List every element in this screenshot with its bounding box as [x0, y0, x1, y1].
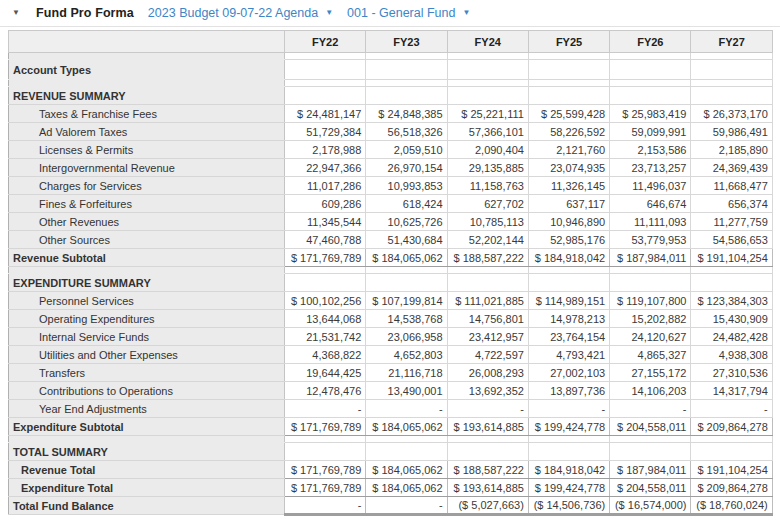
- cell-fy22: 11,345,544: [285, 213, 366, 231]
- cell-fy26: [610, 267, 691, 274]
- table-row: Ad Valorem Taxes51,729,38456,518,32657,3…: [9, 123, 773, 141]
- column-header-fy25: FY25: [528, 31, 609, 53]
- cell-fy26: $ 187,984,011: [610, 461, 691, 479]
- cell-fy22: [285, 80, 366, 87]
- cell-fy25: [528, 267, 609, 274]
- row-label: EXPENDITURE SUMMARY: [9, 274, 285, 292]
- cell-fy24: [447, 60, 528, 80]
- cell-fy27: [691, 274, 772, 292]
- table-row: Contributions to Operations12,478,47613,…: [9, 382, 773, 400]
- cell-fy24: 11,158,763: [447, 177, 528, 195]
- cell-fy23: $ 184,065,062: [366, 249, 447, 267]
- cell-fy25: 27,002,103: [528, 364, 609, 382]
- cell-fy27: 4,938,308: [691, 346, 772, 364]
- cell-fy25: 52,985,176: [528, 231, 609, 249]
- cell-fy22: [285, 87, 366, 105]
- row-label: Expenditure Subtotal: [9, 418, 285, 436]
- cell-fy25: [528, 436, 609, 443]
- table-row: Transfers19,644,42521,116,71826,008,2932…: [9, 364, 773, 382]
- cell-fy23: $ 184,065,062: [366, 461, 447, 479]
- cell-fy27: $ 26,373,170: [691, 105, 772, 123]
- cell-fy26: 27,155,172: [610, 364, 691, 382]
- cell-fy25: 58,226,592: [528, 123, 609, 141]
- cell-fy25: 10,946,890: [528, 213, 609, 231]
- cell-fy26: ($ 16,574,000): [610, 497, 691, 515]
- cell-fy22: $ 24,481,147: [285, 105, 366, 123]
- cell-fy26: 11,496,037: [610, 177, 691, 195]
- row-label: Total Fund Balance: [9, 497, 285, 515]
- cell-fy26: $ 204,558,011: [610, 418, 691, 436]
- fund-dropdown[interactable]: 001 - General Fund ▼: [347, 6, 470, 20]
- column-header-fy24: FY24: [447, 31, 528, 53]
- cell-fy24: [447, 274, 528, 292]
- cell-fy26: 4,865,327: [610, 346, 691, 364]
- cell-fy25: 23,764,154: [528, 328, 609, 346]
- cell-fy25: [528, 80, 609, 87]
- budget-version-label: 2023 Budget 09-07-22 Agenda: [148, 6, 318, 20]
- cell-fy27: -: [691, 400, 772, 418]
- cell-fy27: 59,986,491: [691, 123, 772, 141]
- cell-fy22: 21,531,742: [285, 328, 366, 346]
- table-row: Licenses & Permits2,178,9882,059,5102,09…: [9, 141, 773, 159]
- cell-fy22: -: [285, 400, 366, 418]
- table-row: Year End Adjustments------: [9, 400, 773, 418]
- cell-fy22: [285, 267, 366, 274]
- cell-fy24: 627,702: [447, 195, 528, 213]
- cell-fy25: $ 114,989,151: [528, 292, 609, 310]
- cell-fy24: 52,202,144: [447, 231, 528, 249]
- cell-fy24: 2,090,404: [447, 141, 528, 159]
- table-row: Intergovernmental Revenue22,947,36626,97…: [9, 159, 773, 177]
- row-label: Year End Adjustments: [9, 400, 285, 418]
- cell-fy22: $ 171,769,789: [285, 461, 366, 479]
- cell-fy24: $ 111,021,885: [447, 292, 528, 310]
- cell-fy24: $ 188,587,222: [447, 461, 528, 479]
- cell-fy27: $ 123,384,303: [691, 292, 772, 310]
- cell-fy25: [528, 274, 609, 292]
- cell-fy24: [447, 436, 528, 443]
- table-row: Other Revenues11,345,54410,625,72610,785…: [9, 213, 773, 231]
- cell-fy25: ($ 14,506,736): [528, 497, 609, 515]
- cell-fy23: [366, 443, 447, 461]
- cell-fy23: $ 24,848,385: [366, 105, 447, 123]
- cell-fy26: $ 25,983,419: [610, 105, 691, 123]
- collapse-caret-icon[interactable]: ▼: [10, 7, 22, 19]
- cell-fy22: [285, 443, 366, 461]
- cell-fy26: $ 204,558,011: [610, 479, 691, 497]
- cell-fy27: $ 209,864,278: [691, 479, 772, 497]
- table-row: Other Sources47,460,78851,430,68452,202,…: [9, 231, 773, 249]
- cell-fy22: $ 171,769,789: [285, 249, 366, 267]
- cell-fy27: 656,374: [691, 195, 772, 213]
- table-row: [9, 80, 773, 87]
- cell-fy22: 51,729,384: [285, 123, 366, 141]
- cell-fy27: 24,482,428: [691, 328, 772, 346]
- cell-fy22: 4,368,822: [285, 346, 366, 364]
- cell-fy27: 27,310,536: [691, 364, 772, 382]
- table-row: Internal Service Funds21,531,74223,066,9…: [9, 328, 773, 346]
- cell-fy26: [610, 436, 691, 443]
- table-row: EXPENDITURE SUMMARY: [9, 274, 773, 292]
- cell-fy26: 14,106,203: [610, 382, 691, 400]
- budget-version-dropdown[interactable]: 2023 Budget 09-07-22 Agenda ▼: [148, 6, 333, 20]
- pro-forma-table-container: FY22FY23FY24FY25FY26FY27 Account TypesRE…: [8, 30, 772, 516]
- row-label: Revenue Total: [9, 461, 285, 479]
- row-label: Operating Expenditures: [9, 310, 285, 328]
- table-row: Total Fund Balance--($ 5,027,663)($ 14,5…: [9, 497, 773, 515]
- cell-fy27: 15,430,909: [691, 310, 772, 328]
- cell-fy23: 10,993,853: [366, 177, 447, 195]
- page-title: Fund Pro Forma: [36, 6, 134, 20]
- row-label: TOTAL SUMMARY: [9, 443, 285, 461]
- cell-fy25: 23,074,935: [528, 159, 609, 177]
- cell-fy25: -: [528, 400, 609, 418]
- cell-fy23: 51,430,684: [366, 231, 447, 249]
- cell-fy22: -: [285, 497, 366, 515]
- cell-fy22: 22,947,366: [285, 159, 366, 177]
- table-row: Charges for Services11,017,28610,993,853…: [9, 177, 773, 195]
- cell-fy24: $ 188,587,222: [447, 249, 528, 267]
- row-label: Fines & Forfeitures: [9, 195, 285, 213]
- cell-fy26: [610, 80, 691, 87]
- row-label: Contributions to Operations: [9, 382, 285, 400]
- cell-fy23: [366, 87, 447, 105]
- cell-fy22: 47,460,788: [285, 231, 366, 249]
- cell-fy24: $ 25,221,111: [447, 105, 528, 123]
- row-label: [9, 267, 285, 274]
